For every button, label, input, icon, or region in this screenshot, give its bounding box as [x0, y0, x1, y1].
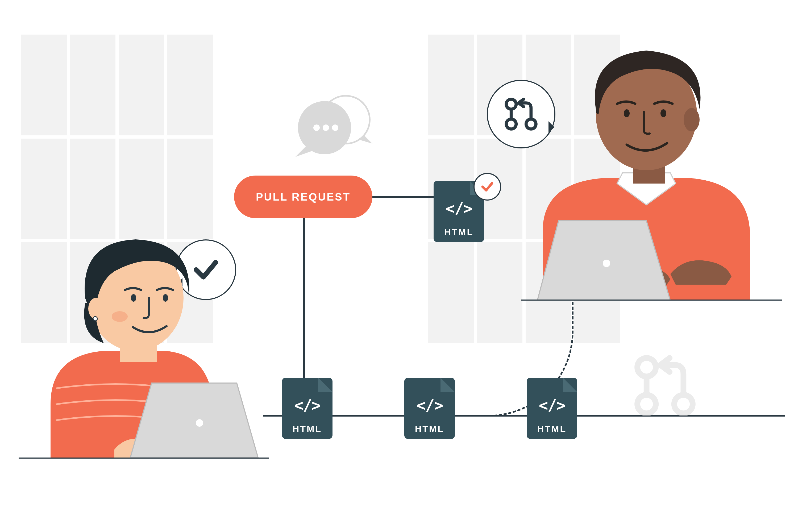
svg-point-8 — [637, 358, 656, 376]
svg-point-17 — [112, 311, 128, 322]
connector-bottom-rail — [263, 415, 785, 417]
approved-badge — [474, 173, 501, 201]
svg-point-22 — [624, 109, 630, 117]
svg-point-18 — [196, 419, 203, 427]
pull-request-label: PULL REQUEST — [256, 191, 350, 203]
file-label: HTML — [282, 424, 332, 434]
diagram-canvas: PULL REQUEST </> HTML </> HTML </> HTML … — [0, 0, 798, 532]
chat-ellipsis-icon — [292, 91, 373, 159]
html-file-commit-3: </> HTML — [527, 378, 577, 439]
html-file-commit-1: </> HTML — [282, 378, 332, 439]
pull-request-pill: PULL REQUEST — [234, 175, 373, 218]
svg-point-21 — [684, 108, 700, 131]
desk-line-left — [19, 457, 269, 459]
svg-point-5 — [506, 99, 516, 109]
file-label: HTML — [434, 227, 484, 237]
git-pull-request-icon-faded — [630, 351, 700, 420]
svg-point-3 — [323, 125, 329, 131]
svg-point-23 — [661, 109, 666, 117]
developer-left-illustration — [19, 218, 263, 457]
code-icon: </> — [282, 396, 332, 414]
svg-point-10 — [674, 395, 693, 413]
file-label: HTML — [527, 424, 577, 434]
svg-point-15 — [131, 294, 136, 302]
desk-line-right — [521, 300, 782, 301]
html-file-commit-2: </> HTML — [404, 378, 455, 439]
svg-point-6 — [506, 119, 516, 129]
code-icon: </> — [434, 200, 484, 217]
svg-point-4 — [332, 125, 338, 131]
svg-point-13 — [88, 298, 103, 319]
svg-point-24 — [603, 260, 610, 267]
code-icon: </> — [404, 396, 455, 414]
svg-point-14 — [93, 317, 97, 321]
svg-point-2 — [314, 125, 320, 131]
svg-point-16 — [163, 294, 168, 302]
checkmark-icon — [480, 179, 494, 194]
svg-point-9 — [637, 395, 656, 413]
file-label: HTML — [404, 424, 455, 434]
developer-right-illustration — [521, 35, 782, 301]
code-icon: </> — [527, 396, 577, 414]
